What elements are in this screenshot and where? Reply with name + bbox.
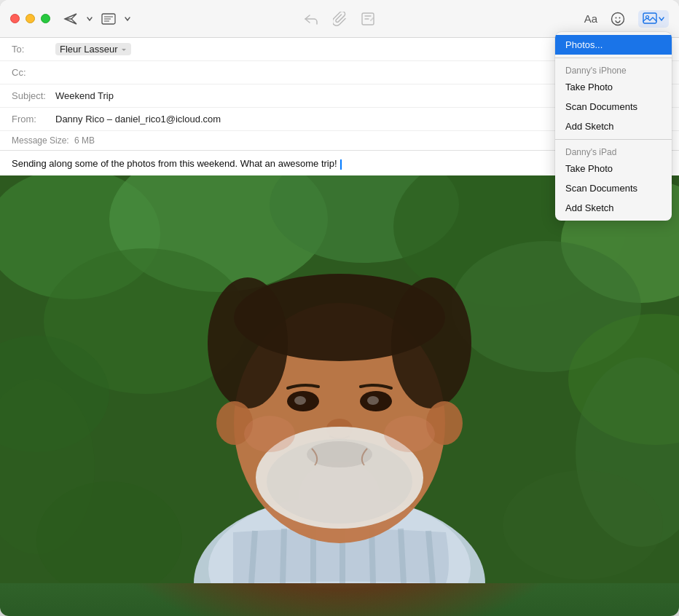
recipient-tag[interactable]: Fleur Lasseur bbox=[55, 43, 131, 55]
ipad-section-header: Danny's iPad bbox=[555, 143, 672, 159]
mail-window: Aa bbox=[0, 0, 679, 616]
svg-point-49 bbox=[503, 470, 663, 580]
maximize-button[interactable] bbox=[41, 14, 50, 23]
toolbar-center bbox=[304, 12, 375, 26]
menu-separator-1 bbox=[555, 58, 672, 58]
font-button[interactable]: Aa bbox=[584, 12, 597, 25]
insert-dropdown-menu: Photos... Danny's iPhone Take Photo Scan… bbox=[555, 32, 672, 221]
toolbar-right: Aa bbox=[584, 10, 669, 28]
from-value: Danny Rico – daniel_rico1@icloud.com bbox=[55, 114, 221, 125]
body-text: Sending along some of the photos from th… bbox=[12, 158, 337, 169]
iphone-add-sketch-item[interactable]: Add Sketch bbox=[555, 117, 672, 136]
formatting-button[interactable] bbox=[101, 13, 116, 25]
insert-photo-button[interactable] bbox=[638, 10, 669, 28]
send-button[interactable] bbox=[63, 12, 78, 25]
from-label: From: bbox=[12, 114, 55, 125]
iphone-take-photo-item[interactable]: Take Photo bbox=[555, 77, 672, 97]
cc-value[interactable] bbox=[55, 66, 201, 79]
svg-line-27 bbox=[401, 529, 404, 583]
subject-label: Subject: bbox=[12, 90, 55, 101]
svg-point-7 bbox=[619, 17, 621, 18]
svg-line-22 bbox=[251, 531, 255, 583]
cc-label: Cc: bbox=[12, 67, 55, 78]
send-dropdown-button[interactable] bbox=[87, 17, 93, 21]
svg-point-32 bbox=[208, 277, 288, 408]
svg-point-45 bbox=[384, 416, 435, 452]
reply-button[interactable] bbox=[304, 12, 318, 25]
compose-button[interactable] bbox=[361, 12, 375, 26]
svg-point-38 bbox=[294, 396, 306, 405]
message-size: Message Size: 6 MB bbox=[12, 135, 95, 146]
ipad-scan-docs-item[interactable]: Scan Documents bbox=[555, 178, 672, 198]
menu-separator-2 bbox=[555, 139, 672, 140]
recipient-name: Fleur Lasseur bbox=[60, 44, 117, 55]
formatting-dropdown-button[interactable] bbox=[125, 17, 130, 21]
toolbar-left bbox=[63, 12, 130, 25]
minimize-button[interactable] bbox=[25, 14, 35, 23]
svg-point-44 bbox=[244, 416, 295, 452]
emoji-button[interactable] bbox=[611, 12, 625, 26]
svg-point-5 bbox=[612, 12, 624, 25]
iphone-scan-docs-item[interactable]: Scan Documents bbox=[555, 97, 672, 117]
ipad-take-photo-item[interactable]: Take Photo bbox=[555, 159, 672, 178]
svg-rect-8 bbox=[643, 13, 656, 23]
attachment-button[interactable] bbox=[333, 12, 346, 26]
text-cursor bbox=[340, 159, 342, 170]
svg-point-39 bbox=[367, 396, 379, 405]
close-button[interactable] bbox=[10, 14, 20, 23]
to-label: To: bbox=[12, 44, 55, 55]
photos-menu-item[interactable]: Photos... bbox=[555, 35, 672, 55]
photo-area bbox=[0, 175, 679, 616]
ipad-add-sketch-item[interactable]: Add Sketch bbox=[555, 198, 672, 218]
iphone-section-header: Danny's iPhone bbox=[555, 61, 672, 77]
svg-point-6 bbox=[616, 17, 617, 18]
traffic-lights bbox=[10, 14, 50, 23]
svg-point-33 bbox=[391, 277, 471, 408]
svg-line-23 bbox=[283, 529, 284, 583]
subject-value[interactable]: Weekend Trip bbox=[55, 90, 114, 101]
photo-image bbox=[0, 175, 679, 616]
